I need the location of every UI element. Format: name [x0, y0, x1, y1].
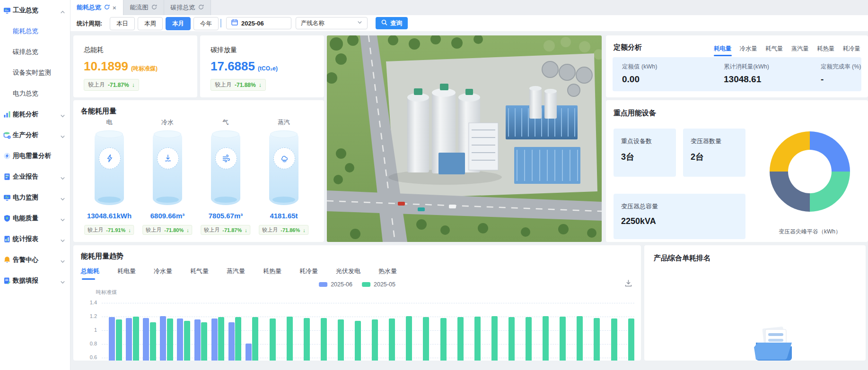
trend-tab-4[interactable]: 蒸汽量 [227, 267, 245, 280]
sidebar-item-9[interactable]: 电力监测 [0, 187, 70, 208]
ranking-title: 产品综合单耗排名 [654, 254, 710, 263]
refresh-icon[interactable] [151, 4, 157, 11]
period-button-0[interactable]: 本日 [110, 17, 135, 30]
period-buttons: 本日本周本月今年 [110, 17, 219, 30]
refresh-icon[interactable] [104, 4, 110, 11]
compare-label: 较上月 [146, 226, 161, 233]
trend-bar-chart: 1.41.210.80.6 [73, 245, 641, 361]
sidebar-item-10[interactable]: 电能质量 [0, 208, 70, 229]
quota-tab-4[interactable]: 耗热量 [817, 45, 835, 56]
energy-dashboard: 工业总览能耗总览碳排总览设备实时监测电力总览能耗分析生产分析用电需量分析企业报告… [0, 0, 868, 370]
trend-tab-3[interactable]: 耗气量 [190, 267, 209, 280]
bar-2025-05 [304, 318, 310, 361]
sidebar-item-8[interactable]: 企业报告 [0, 166, 70, 187]
trend-tab-6[interactable]: 耗冷量 [299, 267, 318, 280]
trend-tab-2[interactable]: 冷水量 [154, 267, 172, 280]
page-tab-1[interactable]: 能流图 [123, 0, 164, 15]
line-select[interactable]: 产线名称 [296, 17, 368, 29]
period-button-1[interactable]: 本周 [138, 17, 163, 30]
quota-field-0: 定额值 (kWh)0.00 [622, 57, 657, 85]
factory-aerial-image [327, 35, 602, 242]
trend-tab-7[interactable]: 光伏发电 [336, 267, 360, 280]
gridline [102, 317, 634, 317]
sidebar-item-3[interactable]: 设备实时监测 [0, 62, 70, 83]
quota-tab-1[interactable]: 冷水量 [740, 45, 758, 56]
carbon-title: 碳排放量 [210, 46, 237, 54]
bar-2025-05 [440, 318, 447, 361]
bar-2025-05 [235, 317, 241, 361]
legend-label: 2025-05 [374, 281, 395, 288]
energy-column-2: 气7805.67m³较上月-71.87%↓ [197, 100, 254, 242]
chevron-up-icon [60, 8, 65, 17]
sidebar: 工业总览能耗总览碳排总览设备实时监测电力总览能耗分析生产分析用电需量分析企业报告… [0, 0, 70, 370]
enterprise-report-icon [3, 173, 11, 181]
period-button-3[interactable]: 今年 [193, 17, 219, 30]
search-button[interactable]: 查询 [376, 17, 408, 29]
legend-item-1[interactable]: 2025-05 [362, 281, 395, 288]
carbon-compare-badge: 较上月 -71.88% ↓ [210, 79, 266, 91]
period-button-2[interactable]: 本月 [166, 17, 191, 30]
energy-label: 气 [197, 118, 254, 127]
quota-tab-0[interactable]: 耗电量 [714, 45, 732, 56]
bar-2025-05 [526, 317, 532, 361]
sidebar-item-11[interactable]: 统计报表 [0, 229, 70, 250]
quota-field-value: 0.00 [622, 74, 657, 85]
energy-column-1: 冷水6809.66m³较上月-71.80%↓ [139, 100, 196, 242]
quota-tab-5[interactable]: 耗冷量 [843, 45, 861, 56]
sidebar-item-label: 告警中心 [13, 256, 38, 264]
sidebar-item-1[interactable]: 能耗总览 [0, 21, 70, 42]
sidebar-item-label: 工业总览 [13, 6, 38, 15]
trend-tab-0[interactable]: 总能耗 [81, 267, 99, 280]
energy-compare-badge: 较上月-71.91%↓ [84, 225, 134, 235]
sidebar-item-7[interactable]: 用电需量分析 [0, 146, 70, 166]
quota-tab-3[interactable]: 蒸汽量 [791, 45, 809, 56]
quota-field-label: 定额值 (kWh) [622, 63, 657, 71]
quota-analysis-card: 定额分析 耗电量冷水量耗气量蒸汽量耗热量耗冷量光伏发电热水量 定额值 (kWh)… [606, 35, 868, 97]
bar-2025-05 [628, 318, 634, 361]
bar-2025-05 [509, 317, 515, 361]
chevron-down-icon [60, 278, 65, 287]
month-picker[interactable]: 2025-06 [226, 17, 291, 29]
sidebar-item-2[interactable]: 碳排总览 [0, 42, 70, 62]
compare-label: 较上月 [88, 226, 103, 233]
sidebar-item-0[interactable]: 工业总览 [0, 0, 70, 21]
device-stat-label: 重点设备数 [621, 137, 652, 146]
production-analysis-icon [3, 131, 11, 139]
quota-field-label: 累计消耗量(kWh) [724, 63, 769, 71]
bar-2025-06 [177, 318, 183, 361]
y-axis-label: 吨标准煤 [96, 289, 117, 296]
refresh-icon[interactable] [198, 4, 204, 11]
chevron-down-icon [60, 195, 65, 204]
chevron-down-icon [60, 133, 65, 141]
page-tab-0[interactable]: 能耗总览× [70, 0, 123, 15]
trend-tab-8[interactable]: 热水量 [378, 267, 397, 280]
sidebar-item-12[interactable]: 告警中心 [0, 250, 70, 270]
bar-2025-05 [577, 316, 583, 361]
sidebar-item-5[interactable]: 能耗分析 [0, 104, 70, 125]
bar-2025-05 [184, 321, 190, 361]
download-icon[interactable] [624, 279, 632, 289]
trend-tab-5[interactable]: 耗热量 [263, 267, 281, 280]
trend-tab-1[interactable]: 耗电量 [117, 267, 136, 280]
period-label: 统计周期: [77, 20, 102, 28]
quota-field-1: 累计消耗量(kWh)13048.61 [724, 57, 769, 85]
total-energy-title: 总能耗 [84, 46, 104, 54]
quota-tab-2[interactable]: 耗气量 [765, 45, 783, 56]
page-tab-2[interactable]: 碳排总览 [164, 0, 211, 15]
bar-2025-05 [423, 317, 429, 361]
quota-tabs: 耗电量冷水量耗气量蒸汽量耗热量耗冷量光伏发电热水量 [714, 45, 868, 56]
legend-swatch [319, 282, 327, 287]
energy-column-0: 电13048.61kWh较上月-71.91%↓ [80, 100, 138, 242]
bar-2025-05 [389, 318, 395, 361]
sidebar-item-4[interactable]: 电力总览 [0, 83, 70, 104]
quota-field-value: - [821, 74, 861, 85]
carbon-value: 17.6885 [210, 59, 255, 74]
bar-2025-05 [560, 317, 566, 361]
energy-usage-card: 各能耗用量 电13048.61kWh较上月-71.91%↓冷水6809.66m³… [73, 100, 324, 242]
close-icon[interactable]: × [113, 5, 116, 11]
chevron-down-icon [60, 216, 65, 224]
legend-item-0[interactable]: 2025-06 [319, 281, 352, 288]
sidebar-item-label: 能耗总览 [13, 27, 38, 35]
sidebar-item-13[interactable]: 数据填报 [0, 270, 70, 291]
sidebar-item-6[interactable]: 生产分析 [0, 125, 70, 146]
